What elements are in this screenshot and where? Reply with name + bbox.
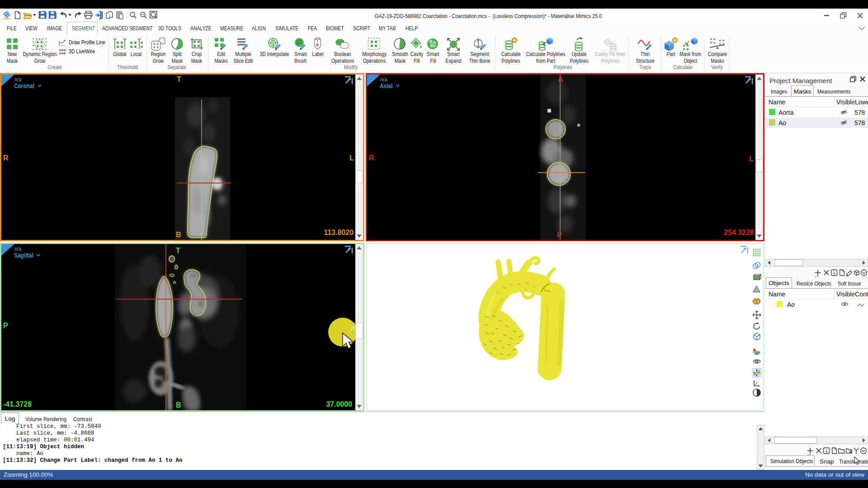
svg-text:B: B [176,401,181,409]
svg-text:113.8020: 113.8020 [324,229,354,236]
svg-text:L: L [349,154,354,162]
svg-text:P: P [557,231,562,239]
svg-text:a: a [316,42,319,47]
svg-text:L: L [749,155,754,163]
svg-text:T: T [177,75,181,83]
svg-text:-41.3728: -41.3728 [3,400,32,408]
svg-text:254.3228: 254.3228 [724,229,754,236]
svg-text:B: B [176,231,181,239]
svg-text:R: R [369,154,374,162]
svg-text:37.0000: 37.0000 [326,400,352,408]
svg-text:R: R [3,154,9,162]
svg-text:A: A [558,75,563,83]
svg-text:A: A [350,325,355,333]
svg-text:T: T [176,247,180,254]
svg-text:P: P [3,322,8,329]
